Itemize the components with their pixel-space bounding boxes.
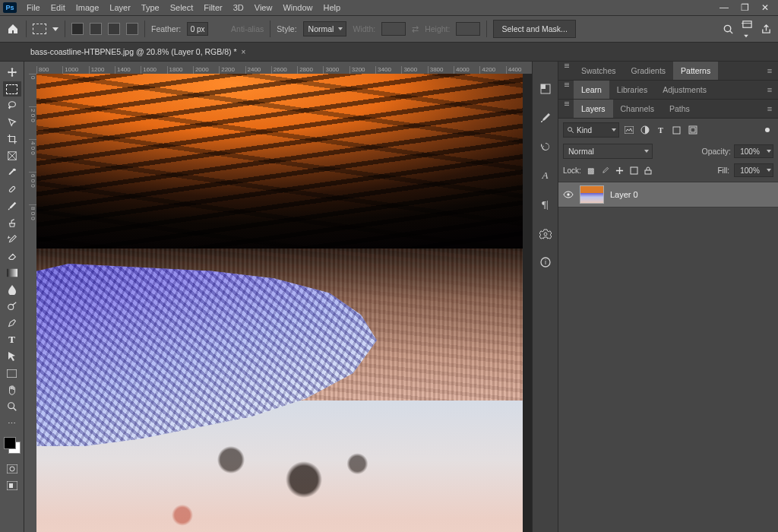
tool-path-select[interactable] — [3, 349, 21, 364]
workspace-icon[interactable] — [742, 19, 753, 40]
panel-menu-icon[interactable]: ≡ — [761, 100, 778, 118]
tab-libraries[interactable]: Libraries — [609, 81, 655, 99]
info-panel-icon[interactable]: i — [538, 255, 553, 270]
layer-visibility-icon[interactable] — [563, 189, 574, 200]
tool-eyedropper[interactable] — [3, 165, 21, 180]
filter-smart-icon[interactable] — [686, 124, 699, 137]
filter-toggle[interactable] — [761, 124, 773, 137]
tool-clone[interactable] — [3, 215, 21, 230]
ruler-tick: 3600 — [401, 66, 427, 74]
sel-add-icon[interactable] — [90, 23, 102, 35]
share-icon[interactable] — [761, 24, 772, 35]
select-and-mask-button[interactable]: Select and Mask... — [493, 20, 575, 38]
layer-thumbnail[interactable] — [580, 185, 604, 204]
document-tab[interactable]: bass-coastline-HTBPNE5.jpg @ 20.8% (Laye… — [24, 43, 251, 60]
ruler-vertical[interactable]: 02 0 04 0 06 0 08 0 0 — [24, 74, 37, 532]
feather-input[interactable]: 0 px — [187, 22, 208, 36]
blend-mode-select[interactable]: Normal — [563, 144, 653, 159]
history-panel-icon[interactable] — [538, 139, 553, 154]
panel-menu-icon[interactable]: ≡ — [761, 81, 778, 99]
menu-select[interactable]: Select — [165, 2, 199, 14]
sel-new-icon[interactable] — [71, 23, 84, 35]
window-restore-icon[interactable]: ❐ — [741, 2, 749, 13]
color-swatches[interactable] — [4, 437, 21, 454]
menu-help[interactable]: Help — [318, 2, 346, 14]
feather-label: Feather: — [151, 24, 181, 33]
properties-panel-icon[interactable] — [538, 226, 553, 241]
menu-view[interactable]: View — [249, 2, 278, 14]
tool-dodge[interactable] — [3, 299, 21, 314]
tool-eraser[interactable] — [3, 249, 21, 264]
marquee-indicator-icon[interactable] — [33, 24, 46, 34]
menu-file[interactable]: File — [21, 2, 46, 14]
menu-3d[interactable]: 3D — [228, 2, 249, 14]
lock-transparent-icon[interactable]: ▩ — [586, 166, 596, 176]
document-canvas[interactable] — [36, 74, 523, 532]
lock-image-icon[interactable] — [600, 166, 610, 176]
filter-pixel-icon[interactable] — [622, 124, 635, 137]
ruler-horizontal[interactable]: 8001000120014001600180020002200240026002… — [36, 62, 532, 74]
menu-layer[interactable]: Layer — [104, 2, 136, 14]
lock-position-icon[interactable] — [615, 166, 625, 176]
tab-patterns[interactable]: Patterns — [673, 62, 718, 80]
tool-frame[interactable] — [3, 148, 21, 163]
fill-input[interactable]: 100% — [734, 163, 773, 177]
filter-type-icon[interactable]: T — [654, 124, 667, 137]
sel-intersect-icon[interactable] — [126, 23, 138, 35]
tab-swatches[interactable]: Swatches — [574, 62, 624, 80]
tool-blur[interactable] — [3, 282, 21, 297]
tool-gradient[interactable] — [3, 265, 21, 280]
tab-channels[interactable]: Channels — [613, 100, 662, 118]
lock-all-icon[interactable] — [644, 166, 653, 176]
tool-zoom[interactable] — [3, 399, 21, 414]
tool-hand[interactable] — [3, 382, 21, 397]
tab-adjustments[interactable]: Adjustments — [655, 81, 714, 99]
screen-mode-icon[interactable] — [3, 478, 21, 493]
tool-pen[interactable] — [3, 315, 21, 331]
tool-shape[interactable] — [3, 366, 21, 381]
menu-filter[interactable]: Filter — [198, 2, 227, 14]
character-panel-icon[interactable]: A — [538, 168, 553, 183]
tool-quick-select[interactable] — [3, 115, 21, 130]
tool-lasso[interactable] — [3, 98, 21, 113]
opacity-input[interactable]: 100% — [734, 144, 773, 158]
tab-layers[interactable]: Layers — [574, 100, 613, 118]
document-tab-close-icon[interactable]: × — [242, 48, 246, 56]
quick-mask-icon[interactable] — [3, 461, 21, 477]
layer-name[interactable]: Layer 0 — [610, 190, 638, 199]
style-select[interactable]: Normal — [303, 21, 347, 36]
tool-history-brush[interactable] — [3, 232, 21, 247]
tool-crop[interactable] — [3, 131, 21, 147]
foreground-color[interactable] — [4, 437, 16, 449]
tool-healing[interactable] — [3, 182, 21, 197]
brushes-panel-icon[interactable] — [538, 110, 553, 125]
menu-type[interactable]: Type — [136, 2, 165, 14]
tool-preset-dropdown-icon[interactable] — [52, 27, 59, 31]
layer-filter-kind[interactable]: Kind — [563, 122, 619, 138]
tab-learn[interactable]: Learn — [574, 81, 609, 99]
tool-brush[interactable] — [3, 198, 21, 214]
tool-type[interactable]: T — [3, 332, 21, 347]
tool-marquee[interactable] — [3, 81, 21, 97]
svg-rect-10 — [7, 369, 17, 378]
filter-shape-icon[interactable] — [670, 124, 683, 137]
menu-image[interactable]: Image — [71, 2, 105, 14]
menu-edit[interactable]: Edit — [46, 2, 71, 14]
color-panel-icon[interactable] — [538, 81, 553, 97]
paragraph-panel-icon[interactable]: ¶| — [538, 197, 553, 212]
filter-adjust-icon[interactable] — [638, 124, 651, 137]
tool-move[interactable] — [3, 65, 21, 80]
edit-toolbar-icon[interactable]: ⋯ — [3, 416, 21, 431]
lock-artboard-icon[interactable] — [629, 166, 639, 176]
panel-menu-icon[interactable]: ≡ — [761, 62, 778, 80]
tab-paths[interactable]: Paths — [662, 100, 697, 118]
layer-row[interactable]: Layer 0 — [558, 182, 778, 207]
home-icon[interactable] — [6, 22, 20, 36]
sel-subtract-icon[interactable] — [108, 23, 120, 35]
search-icon[interactable] — [723, 24, 734, 35]
ruler-origin[interactable] — [24, 62, 37, 74]
window-minimize-icon[interactable]: — — [719, 2, 729, 13]
menu-window[interactable]: Window — [277, 2, 318, 14]
tab-gradients[interactable]: Gradients — [624, 62, 674, 80]
window-close-icon[interactable]: ✕ — [761, 2, 769, 13]
